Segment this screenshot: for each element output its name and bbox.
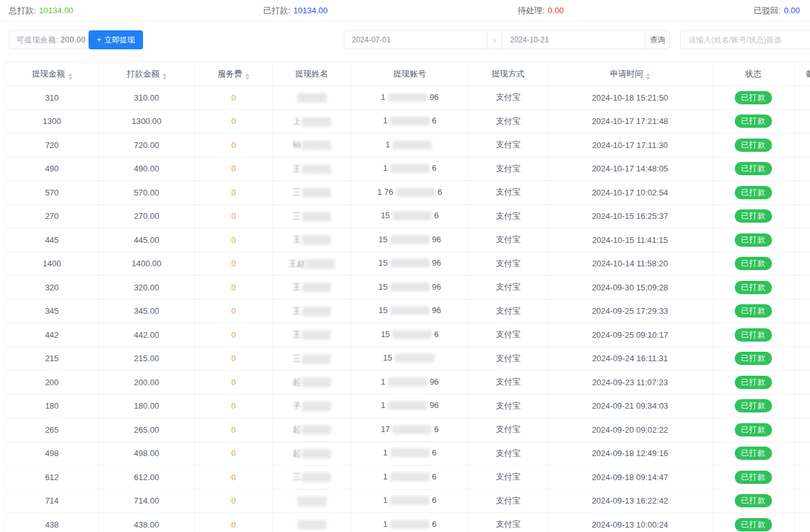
cell-account: 15 (351, 347, 469, 371)
account-prefix: 1 (383, 116, 387, 125)
stat-value: 0.00 (548, 6, 564, 15)
cell-remark (795, 371, 810, 395)
status-badge: 已打款 (735, 162, 772, 175)
status-badge: 已打款 (735, 114, 772, 128)
cell-status: 已打款 (713, 204, 795, 228)
status-badge: 已打款 (735, 328, 772, 342)
cell-withdraw-amount: 310 (6, 86, 99, 110)
cell-withdraw-amount: 270 (6, 204, 99, 228)
redacted-name-prefix: 起 (293, 377, 301, 387)
column-header-label: 提现姓名 (296, 69, 328, 78)
cell-withdraw-amount: 180 (6, 394, 99, 418)
withdrawals-table: 提现金额打款金额服务费提现姓名提现账号提现方式申请时间状态备注 310310.0… (5, 61, 810, 532)
redacted-account-blur (392, 425, 432, 434)
column-header[interactable]: 申请时间 (548, 62, 713, 86)
date-end-input[interactable] (502, 30, 645, 49)
cell-pay-amount: 1300.00 (99, 109, 195, 133)
cell-remark (795, 86, 810, 110)
table-row: 215215.000三15支付宝2024-09-24 16:11:31已打款 (6, 347, 810, 371)
account-prefix: 15 (381, 211, 390, 220)
cell-apply-time: 2024-10-15 16:25:37 (548, 204, 713, 228)
cell-method: 支付宝 (469, 371, 548, 395)
column-header[interactable]: 提现金额 (6, 62, 99, 86)
redacted-name-prefix: 子 (293, 401, 301, 411)
cell-account: 1 766 (351, 181, 469, 205)
cell-remark (795, 489, 810, 513)
cell-status: 已打款 (713, 513, 795, 532)
cell-service-fee: 0 (195, 371, 273, 395)
redacted-name-prefix: 王赵 (289, 259, 305, 268)
table-row: 445445.000王1596支付宝2024-10-15 11:41:15已打款 (6, 228, 810, 252)
redacted-account-blur (390, 496, 430, 505)
account-prefix: 1 (385, 140, 390, 149)
redacted-account-blur (390, 448, 430, 457)
service-fee-value: 0 (231, 378, 235, 387)
account-suffix: 96 (432, 306, 441, 315)
cell-method: 支付宝 (469, 323, 548, 347)
cell-name: 子 (273, 394, 351, 418)
cell-name: 起 (273, 442, 351, 466)
table-header-row: 提现金额打款金额服务费提现姓名提现账号提现方式申请时间状态备注 (6, 62, 810, 86)
cell-apply-time: 2024-10-17 14:48:05 (548, 157, 713, 181)
cell-status: 已打款 (713, 133, 795, 158)
cell-service-fee: 0 (195, 86, 273, 110)
cell-pay-amount: 612.00 (99, 466, 195, 490)
cell-pay-amount: 714.00 (99, 489, 195, 513)
redacted-account-blur (390, 283, 430, 292)
cell-account: 1596 (351, 252, 469, 276)
cell-withdraw-amount: 498 (6, 442, 99, 466)
cell-status: 已打款 (713, 157, 795, 181)
cell-service-fee: 0 (195, 181, 273, 205)
search-button[interactable]: 查询 (645, 30, 670, 49)
account-prefix: 1 (383, 163, 387, 173)
column-header[interactable]: 打款金额 (99, 62, 195, 86)
sort-icon[interactable] (246, 73, 249, 80)
service-fee-value: 0 (231, 473, 235, 482)
cell-name: 铂 (273, 133, 351, 158)
cell-pay-amount: 442.00 (99, 323, 195, 347)
cell-apply-time: 2024-09-13 10:00:24 (548, 513, 713, 532)
cell-withdraw-amount: 714 (6, 489, 99, 513)
account-prefix: 1 76 (377, 187, 393, 197)
cell-name: 起 (273, 418, 351, 442)
table-row: 612612.000三16支付宝2024-09-18 09:14:47已打款 (6, 466, 810, 490)
redacted-account-blur (395, 354, 434, 362)
filter-input[interactable] (680, 30, 810, 49)
redacted-name-prefix: 三 (293, 472, 301, 481)
account-suffix: 96 (430, 400, 439, 410)
cell-status: 已打款 (713, 323, 795, 347)
redacted-name-blur (302, 330, 331, 340)
column-header-label: 打款金额 (127, 69, 159, 78)
cell-method: 支付宝 (469, 394, 548, 418)
cell-remark (795, 204, 810, 228)
table-row: 310310.000196支付宝2024-10-18 15:21:50已打款 (6, 86, 810, 110)
table-row: 490490.000王16支付宝2024-10-17 14:48:05已打款 (6, 157, 810, 181)
cell-service-fee: 0 (195, 133, 273, 158)
column-header[interactable]: 服务费 (195, 62, 273, 86)
service-fee-value: 0 (231, 235, 235, 245)
cell-apply-time: 2024-09-24 16:11:31 (548, 347, 713, 371)
redacted-account-blur (390, 473, 430, 481)
cell-withdraw-amount: 442 (6, 323, 99, 347)
cell-account: 1596 (351, 299, 469, 323)
service-fee-value: 0 (231, 259, 235, 268)
stat-value: 10134.00 (294, 6, 328, 15)
account-prefix: 1 (381, 92, 385, 102)
sort-icon[interactable] (163, 73, 166, 80)
account-suffix: 96 (430, 92, 439, 102)
cell-apply-time: 2024-10-17 17:21:48 (548, 109, 713, 133)
cell-withdraw-amount: 320 (6, 276, 99, 300)
stats-bar: 总打款:10134.00 已打款:10134.00 待处理:0.00 已驳回:0… (0, 0, 810, 22)
cell-name: 起 (273, 371, 351, 395)
cell-name: 王 (273, 157, 351, 181)
redacted-name-blur (302, 235, 331, 245)
cell-withdraw-amount: 445 (6, 228, 99, 252)
redacted-account-blur (390, 306, 430, 315)
cell-remark (795, 299, 810, 323)
withdraw-now-button[interactable]: + 立即提现 (89, 30, 143, 49)
date-start-input[interactable] (344, 30, 487, 49)
service-fee-value: 0 (231, 306, 235, 316)
account-suffix: 6 (434, 211, 439, 220)
sort-icon[interactable] (68, 73, 72, 80)
sort-icon[interactable] (646, 73, 650, 80)
